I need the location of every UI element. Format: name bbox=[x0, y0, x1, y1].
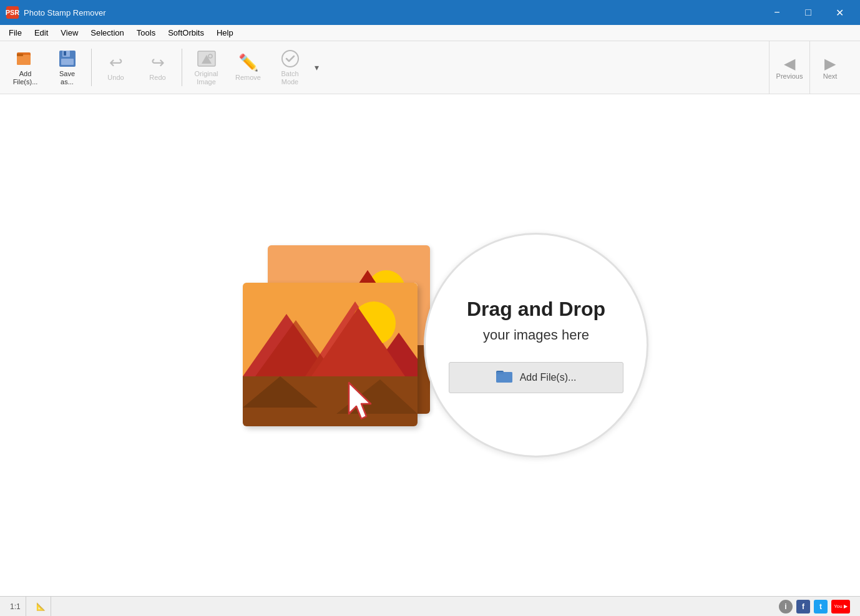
youtube-icon[interactable]: You▶ bbox=[831, 600, 850, 614]
undo-label: Undo bbox=[107, 74, 124, 82]
facebook-icon[interactable]: f bbox=[796, 600, 810, 614]
drag-drop-text: Drag and Drop bbox=[467, 297, 605, 321]
save-as-label: Saveas... bbox=[59, 70, 75, 86]
folder-icon bbox=[496, 368, 514, 387]
nav-buttons: ◀ Previous ▶ Next bbox=[769, 41, 850, 94]
more-button[interactable]: ▾ bbox=[310, 44, 323, 91]
drop-zone-container: Drag and Drop your images here Add File(… bbox=[180, 189, 680, 501]
svg-rect-1 bbox=[17, 55, 31, 65]
redo-label: Redo bbox=[149, 74, 165, 82]
menu-view[interactable]: View bbox=[54, 25, 84, 41]
undo-icon: ↩ bbox=[106, 52, 126, 72]
minimize-button[interactable]: − bbox=[763, 3, 791, 22]
svg-marker-31 bbox=[349, 383, 371, 419]
save-as-button[interactable]: Saveas... bbox=[47, 44, 87, 91]
size-icon: 📐 bbox=[36, 602, 46, 611]
cursor-arrow bbox=[343, 376, 380, 426]
maximize-button[interactable]: □ bbox=[794, 3, 823, 22]
drop-circle: Drag and Drop your images here Add File(… bbox=[424, 233, 648, 457]
title-bar: PSR Photo Stamp Remover − □ ✕ bbox=[0, 0, 860, 25]
main-content: Drag and Drop your images here Add File(… bbox=[0, 94, 860, 596]
original-image-label: OriginalImage bbox=[195, 70, 218, 86]
menu-softorbits[interactable]: SoftOrbits bbox=[162, 25, 210, 41]
redo-button[interactable]: ↪ Redo bbox=[137, 44, 178, 91]
menu-help[interactable]: Help bbox=[210, 25, 240, 41]
svg-rect-2 bbox=[17, 54, 23, 56]
save-icon bbox=[57, 49, 77, 69]
menu-edit[interactable]: Edit bbox=[28, 25, 54, 41]
separator-1 bbox=[91, 49, 92, 86]
remove-label: Remove bbox=[235, 74, 261, 82]
close-button[interactable]: ✕ bbox=[825, 3, 854, 22]
zoom-label: 1:1 bbox=[10, 602, 21, 611]
svg-point-10 bbox=[208, 54, 212, 58]
menu-selection[interactable]: Selection bbox=[84, 25, 130, 41]
app-icon: PSR bbox=[6, 6, 19, 19]
add-files-label: AddFile(s)... bbox=[13, 70, 38, 86]
status-bar: 1:1 📐 i f t You▶ bbox=[0, 596, 860, 616]
redo-icon: ↪ bbox=[148, 52, 168, 72]
add-files-icon bbox=[16, 49, 36, 69]
window-controls: − □ ✕ bbox=[763, 3, 854, 22]
previous-button[interactable]: ◀ Previous bbox=[769, 41, 809, 94]
svg-rect-5 bbox=[61, 59, 74, 65]
size-section: 📐 bbox=[31, 597, 51, 616]
photo-stack bbox=[243, 245, 442, 445]
next-button[interactable]: ▶ Next bbox=[809, 41, 850, 94]
previous-label: Previous bbox=[776, 72, 803, 80]
add-files-button[interactable]: AddFile(s)... bbox=[5, 44, 46, 91]
twitter-icon[interactable]: t bbox=[814, 600, 828, 614]
info-icon[interactable]: i bbox=[779, 600, 793, 614]
app-title: Photo Stamp Remover bbox=[24, 8, 758, 17]
menu-file[interactable]: File bbox=[2, 25, 28, 41]
drag-drop-subtext: your images here bbox=[483, 327, 589, 343]
social-section: i f t You▶ bbox=[774, 597, 855, 616]
original-image-icon bbox=[197, 49, 217, 69]
next-icon: ▶ bbox=[824, 55, 836, 72]
previous-icon: ◀ bbox=[784, 55, 795, 72]
svg-point-11 bbox=[282, 51, 298, 67]
svg-rect-34 bbox=[496, 372, 512, 383]
toolbar: AddFile(s)... Saveas... ↩ Undo ↪ Redo bbox=[0, 41, 860, 94]
menu-bar: File Edit View Selection Tools SoftOrbit… bbox=[0, 25, 860, 41]
batch-mode-icon bbox=[280, 49, 300, 69]
undo-button[interactable]: ↩ Undo bbox=[95, 44, 136, 91]
separator-2 bbox=[182, 49, 182, 86]
add-files-circle-label: Add File(s)... bbox=[520, 372, 577, 383]
remove-button[interactable]: ✏️ Remove bbox=[228, 44, 268, 91]
add-files-circle-button[interactable]: Add File(s)... bbox=[449, 362, 623, 393]
remove-icon: ✏️ bbox=[238, 52, 258, 72]
batch-mode-label: BatchMode bbox=[281, 70, 298, 86]
batch-mode-button[interactable]: BatchMode bbox=[270, 44, 310, 91]
original-image-button[interactable]: OriginalImage bbox=[186, 44, 227, 91]
zoom-section: 1:1 bbox=[5, 597, 26, 616]
menu-tools[interactable]: Tools bbox=[130, 25, 162, 41]
photo-front bbox=[243, 283, 418, 426]
next-label: Next bbox=[823, 72, 838, 80]
toolbar-main-group: AddFile(s)... Saveas... ↩ Undo ↪ Redo bbox=[5, 44, 310, 91]
svg-rect-6 bbox=[64, 51, 66, 56]
